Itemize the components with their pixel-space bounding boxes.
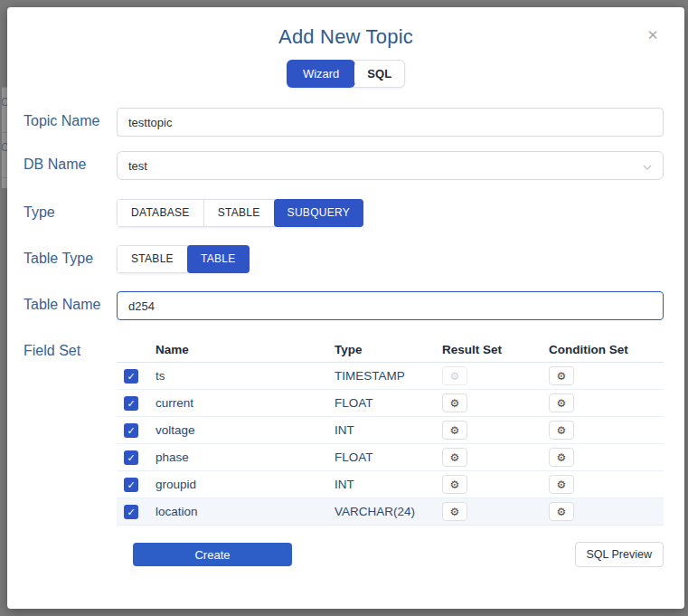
topic-name-input[interactable] bbox=[117, 108, 664, 137]
field-checkbox[interactable]: ✓ bbox=[124, 478, 138, 492]
add-new-topic-dialog: Add New Topic ✕ Wizard SQL Topic Name DB… bbox=[7, 7, 684, 609]
table-row: ✓ current FLOAT ⚙ ⚙ bbox=[117, 390, 664, 417]
condition-set-gear-button[interactable]: ⚙ bbox=[549, 502, 574, 521]
column-header-condition-set: Condition Set bbox=[549, 343, 664, 356]
table-row: ✓ location VARCHAR(24) ⚙ ⚙ bbox=[117, 498, 664, 526]
field-set-table: Name Type Result Set Condition Set ✓ ts … bbox=[117, 337, 664, 526]
result-set-gear-button[interactable]: ⚙ bbox=[442, 475, 467, 494]
check-icon: ✓ bbox=[127, 479, 135, 490]
sql-preview-button[interactable]: SQL Preview bbox=[575, 542, 664, 567]
table-type-label: Table Type bbox=[7, 245, 117, 267]
field-name: phase bbox=[156, 450, 335, 464]
table-type-segmented-control: STABLE TABLE bbox=[117, 245, 250, 273]
result-set-gear-button[interactable]: ⚙ bbox=[442, 448, 467, 467]
create-button[interactable]: Create bbox=[133, 543, 292, 566]
type-option-database[interactable]: DATABASE bbox=[118, 200, 204, 226]
db-name-row: DB Name test bbox=[7, 151, 684, 180]
field-name: ts bbox=[156, 369, 335, 383]
condition-set-gear-button[interactable]: ⚙ bbox=[549, 366, 574, 385]
table-row: ✓ ts TIMESTAMP ⚙ ⚙ bbox=[117, 363, 664, 390]
table-row: ✓ phase FLOAT ⚙ ⚙ bbox=[117, 444, 664, 471]
gear-icon: ⚙ bbox=[450, 452, 460, 463]
field-set-row: Field Set Name Type Result Set Condition… bbox=[7, 337, 684, 526]
result-set-gear-button[interactable]: ⚙ bbox=[442, 366, 467, 385]
table-type-row: Table Type STABLE TABLE bbox=[7, 245, 684, 273]
check-icon: ✓ bbox=[127, 507, 135, 517]
gear-icon: ⚙ bbox=[450, 425, 460, 436]
column-header-type: Type bbox=[335, 343, 442, 356]
gear-icon: ⚙ bbox=[557, 425, 567, 436]
field-type: FLOAT bbox=[335, 396, 442, 410]
result-set-gear-button[interactable]: ⚙ bbox=[442, 502, 467, 521]
column-header-result-set: Result Set bbox=[442, 343, 549, 356]
type-option-subquery[interactable]: SUBQUERY bbox=[274, 199, 364, 227]
field-name: current bbox=[156, 396, 335, 410]
field-checkbox[interactable]: ✓ bbox=[124, 423, 138, 438]
gear-icon: ⚙ bbox=[450, 371, 460, 382]
type-row: Type DATABASE STABLE SUBQUERY bbox=[7, 199, 684, 227]
tab-sql[interactable]: SQL bbox=[354, 61, 404, 87]
dialog-title: Add New Topic bbox=[7, 25, 684, 49]
check-icon: ✓ bbox=[127, 371, 135, 382]
dialog-actions: Create SQL Preview bbox=[133, 542, 664, 567]
db-name-selected-value: test bbox=[128, 159, 147, 173]
topic-name-row: Topic Name bbox=[7, 108, 684, 137]
table-name-row: Table Name bbox=[7, 291, 684, 320]
field-checkbox[interactable]: ✓ bbox=[124, 369, 138, 384]
result-set-gear-button[interactable]: ⚙ bbox=[442, 393, 467, 412]
condition-set-gear-button[interactable]: ⚙ bbox=[549, 393, 574, 412]
table-type-option-table[interactable]: TABLE bbox=[187, 245, 250, 273]
gear-icon: ⚙ bbox=[557, 507, 567, 517]
field-name: groupid bbox=[156, 478, 335, 491]
gear-icon: ⚙ bbox=[557, 479, 567, 490]
field-set-table-header: Name Type Result Set Condition Set bbox=[117, 337, 664, 363]
field-checkbox[interactable]: ✓ bbox=[124, 450, 138, 465]
topic-name-label: Topic Name bbox=[7, 108, 117, 129]
field-type: INT bbox=[335, 423, 442, 437]
field-name: location bbox=[156, 505, 335, 518]
check-icon: ✓ bbox=[127, 425, 135, 436]
mode-toggle: Wizard SQL bbox=[287, 60, 405, 88]
field-checkbox[interactable]: ✓ bbox=[124, 396, 138, 411]
field-type: FLOAT bbox=[335, 450, 442, 464]
gear-icon: ⚙ bbox=[450, 398, 460, 409]
condition-set-gear-button[interactable]: ⚙ bbox=[549, 421, 574, 440]
db-name-select[interactable]: test bbox=[117, 151, 664, 180]
condition-set-gear-button[interactable]: ⚙ bbox=[549, 448, 574, 467]
type-label: Type bbox=[7, 199, 117, 221]
table-row: ✓ voltage INT ⚙ ⚙ bbox=[117, 417, 664, 444]
condition-set-gear-button[interactable]: ⚙ bbox=[549, 475, 574, 494]
gear-icon: ⚙ bbox=[557, 371, 567, 382]
field-checkbox[interactable]: ✓ bbox=[124, 505, 138, 519]
column-header-name: Name bbox=[156, 343, 335, 356]
gear-icon: ⚙ bbox=[557, 398, 567, 409]
table-name-input[interactable] bbox=[117, 291, 664, 320]
gear-icon: ⚙ bbox=[450, 507, 460, 517]
gear-icon: ⚙ bbox=[450, 479, 460, 490]
field-set-label: Field Set bbox=[7, 337, 117, 359]
tab-wizard[interactable]: Wizard bbox=[287, 60, 355, 88]
type-segmented-control: DATABASE STABLE SUBQUERY bbox=[117, 199, 363, 227]
check-icon: ✓ bbox=[127, 398, 135, 409]
close-icon[interactable]: ✕ bbox=[645, 27, 661, 43]
db-name-label: DB Name bbox=[7, 151, 117, 173]
table-row: ✓ groupid INT ⚙ ⚙ bbox=[117, 471, 664, 498]
type-option-stable[interactable]: STABLE bbox=[204, 200, 275, 226]
table-type-option-stable[interactable]: STABLE bbox=[118, 246, 188, 272]
field-type: INT bbox=[335, 478, 442, 491]
gear-icon: ⚙ bbox=[557, 452, 567, 463]
field-name: voltage bbox=[156, 423, 335, 437]
field-type: TIMESTAMP bbox=[335, 369, 442, 383]
field-type: VARCHAR(24) bbox=[335, 505, 442, 518]
table-name-label: Table Name bbox=[7, 291, 117, 313]
result-set-gear-button[interactable]: ⚙ bbox=[442, 421, 467, 440]
check-icon: ✓ bbox=[127, 452, 135, 463]
